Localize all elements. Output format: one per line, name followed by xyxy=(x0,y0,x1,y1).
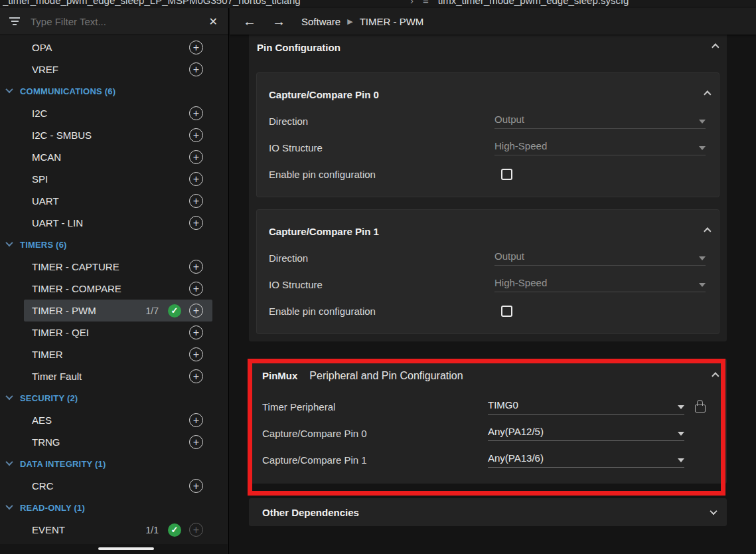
add-icon[interactable]: + xyxy=(189,282,203,296)
chevron-down-icon xyxy=(699,256,706,260)
sidebar-item-uart-lin[interactable]: UART - LIN + xyxy=(24,212,212,234)
menu-icon: ≡ xyxy=(423,0,429,6)
chevron-up-icon[interactable] xyxy=(704,90,711,98)
sidebar-item-aes[interactable]: AES + xyxy=(24,409,212,431)
sidebar-item-vref[interactable]: VREF + xyxy=(24,58,212,80)
add-icon[interactable]: + xyxy=(189,106,203,120)
io-structure-dropdown: High-Speed xyxy=(494,277,706,292)
add-icon[interactable]: + xyxy=(189,172,203,186)
forward-icon[interactable]: → xyxy=(272,14,285,29)
pinmux-pin0-label: Capture/Compare Pin 0 xyxy=(262,428,488,439)
sidebar-category-security[interactable]: SECURITY (2) xyxy=(0,387,228,409)
section-title: Pin Configuration xyxy=(257,42,340,53)
timer-peripheral-row: Timer Peripheral TIMG0 xyxy=(262,393,716,420)
sidebar-item-label: SPI xyxy=(32,173,189,185)
sidebar-item-opa[interactable]: OPA + xyxy=(24,37,212,58)
sidebar-category-communications[interactable]: COMMUNICATIONS (6) xyxy=(0,80,228,102)
direction-dropdown: Output xyxy=(494,250,706,266)
add-icon[interactable]: + xyxy=(189,435,203,449)
add-icon[interactable]: + xyxy=(189,479,203,493)
add-icon[interactable]: + xyxy=(189,260,203,274)
other-dependencies-title: Other Dependencies xyxy=(262,507,359,518)
add-icon[interactable]: + xyxy=(189,41,203,54)
sidebar-item-trng[interactable]: TRNG + xyxy=(24,431,212,453)
timer-peripheral-dropdown[interactable]: TIMG0 xyxy=(488,399,684,415)
io-structure-row: IO Structure High-Speed xyxy=(269,134,708,161)
sidebar-item-timer-capture[interactable]: TIMER - CAPTURE + xyxy=(24,256,212,278)
add-icon[interactable]: + xyxy=(189,369,203,383)
chevron-down-icon[interactable] xyxy=(710,508,717,515)
sidebar-item-timer-qei[interactable]: TIMER - QEI + xyxy=(24,322,212,343)
chevron-up-icon[interactable] xyxy=(712,43,719,50)
titlebar: _timer_mode_pwm_edge_sleep_LP_MSPM0G3507… xyxy=(0,0,756,8)
sidebar-item-timer[interactable]: TIMER + xyxy=(24,343,212,365)
back-icon[interactable]: ← xyxy=(243,14,256,29)
direction-row: Direction Output xyxy=(269,108,708,134)
pinmux-header[interactable]: PinMux Peripheral and Pin Configuration xyxy=(262,359,716,393)
sidebar-item-label: TRNG xyxy=(32,436,189,448)
add-icon[interactable]: + xyxy=(189,325,203,339)
add-icon[interactable]: + xyxy=(189,128,203,142)
pinmux-pin0-dropdown[interactable]: Any(PA12/5) xyxy=(488,426,684,441)
filter-icon xyxy=(8,17,21,25)
sidebar-category-data-integrity[interactable]: DATA INTEGRITY (1) xyxy=(0,453,228,475)
chevron-down-icon xyxy=(5,392,13,399)
capture-compare-pin1-header[interactable]: Capture/Compare Pin 1 xyxy=(269,218,708,244)
sidebar-item-label: EVENT xyxy=(32,524,146,535)
chevron-down-icon xyxy=(699,146,706,150)
io-structure-value: High-Speed xyxy=(494,277,547,288)
instance-count: 1/1 xyxy=(146,525,159,535)
check-icon: ✓ xyxy=(168,523,181,537)
sidebar-item-label: VREF xyxy=(32,64,189,75)
add-icon[interactable]: + xyxy=(189,150,203,164)
filter-input[interactable] xyxy=(31,16,209,27)
enable-pin-config-checkbox[interactable] xyxy=(501,169,512,180)
sidebar-category-read-only[interactable]: READ-ONLY (1) xyxy=(0,497,228,519)
pin-configuration-header[interactable]: Pin Configuration xyxy=(249,35,727,60)
other-dependencies-section[interactable]: Other Dependencies xyxy=(249,498,727,526)
sidebar-item-mcan[interactable]: MCAN + xyxy=(24,146,212,168)
chevron-down-icon xyxy=(678,458,684,462)
sidebar-item-spi[interactable]: SPI + xyxy=(24,168,212,190)
sidebar-item-event[interactable]: EVENT 1/1 ✓ + xyxy=(24,519,212,541)
sidebar-category-label: COMMUNICATIONS (6) xyxy=(20,86,115,96)
pin-configuration-section: Pin Configuration Capture/Compare Pin 0 … xyxy=(249,35,727,341)
chevron-down-icon xyxy=(5,502,13,509)
sidebar-item-label: UART - LIN xyxy=(32,217,189,229)
add-icon[interactable]: + xyxy=(189,216,203,230)
horizontal-scrollbar-thumb[interactable] xyxy=(98,547,154,550)
sidebar-item-i2c[interactable]: I2C + xyxy=(24,102,212,124)
direction-value: Output xyxy=(494,114,524,125)
breadcrumb-parent[interactable]: Software xyxy=(301,16,340,27)
sidebar-item-crc[interactable]: CRC + xyxy=(24,475,212,497)
enable-pin-config-checkbox[interactable] xyxy=(501,306,512,317)
sidebar-item-timer-compare[interactable]: TIMER - COMPARE + xyxy=(24,278,212,300)
sidebar-item-label: MCAN xyxy=(32,151,189,163)
sidebar-item-label: CRC xyxy=(32,480,189,492)
sidebar-item-label: TIMER - CAPTURE xyxy=(32,261,189,272)
sidebar-item-timer-pwm[interactable]: TIMER - PWM 1/7 ✓ + xyxy=(24,300,212,322)
pinmux-pin1-dropdown[interactable]: Any(PA13/6) xyxy=(488,452,684,468)
timer-peripheral-label: Timer Peripheral xyxy=(262,401,488,413)
lock-icon xyxy=(694,401,707,413)
add-icon[interactable]: + xyxy=(189,194,203,208)
add-icon[interactable]: + xyxy=(189,347,203,361)
add-icon[interactable]: + xyxy=(189,62,203,76)
horizontal-scrollbar xyxy=(0,544,228,554)
sidebar-item-uart[interactable]: UART + xyxy=(24,190,212,212)
sidebar-category-label: DATA INTEGRITY (1) xyxy=(20,459,106,469)
config-navbar: ← → Software ▶ TIMER - PWM xyxy=(230,8,756,35)
add-icon[interactable]: + xyxy=(189,413,203,427)
sidebar-category-timers[interactable]: TIMERS (6) xyxy=(0,234,228,256)
sidebar-item-i2c-smbus[interactable]: I2C - SMBUS + xyxy=(24,124,212,146)
sidebar-category-label: READ-ONLY (1) xyxy=(20,503,85,513)
instance-count: 1/7 xyxy=(146,306,159,316)
add-icon[interactable]: + xyxy=(189,304,203,318)
direction-row: Direction Output xyxy=(269,244,708,271)
capture-compare-pin0-header[interactable]: Capture/Compare Pin 0 xyxy=(269,81,708,108)
pinmux-title: Peripheral and Pin Configuration xyxy=(309,370,463,382)
clear-filter-icon[interactable]: ✕ xyxy=(209,15,218,28)
chevron-up-icon[interactable] xyxy=(704,227,711,234)
chevron-up-icon[interactable] xyxy=(712,372,719,379)
sidebar-item-timer-fault[interactable]: Timer Fault + xyxy=(24,365,212,387)
